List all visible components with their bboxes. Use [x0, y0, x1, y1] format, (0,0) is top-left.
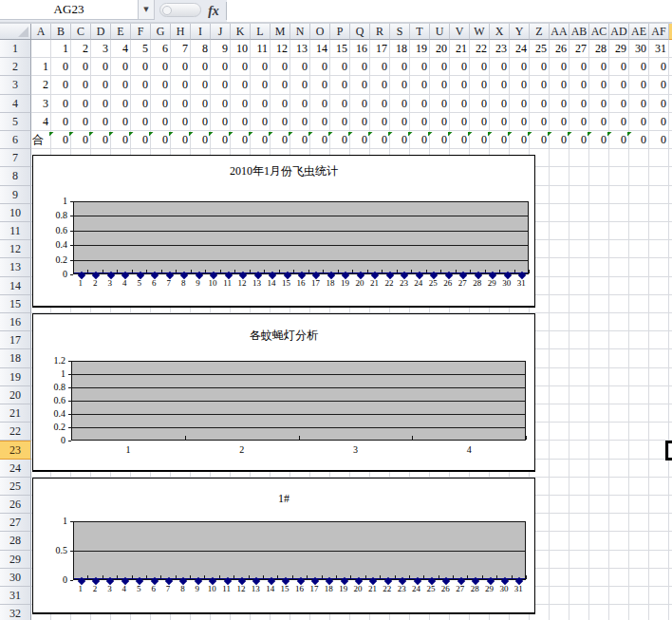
grid-cell[interactable]: 0 [330, 113, 350, 131]
name-box-dropdown-icon[interactable]: ▼ [139, 0, 155, 20]
grid-cell[interactable]: 0 [111, 95, 131, 113]
grid-cell[interactable]: 合 [31, 131, 51, 149]
grid-cell[interactable]: 0 [490, 95, 510, 113]
grid-cell[interactable]: 23 [490, 40, 510, 58]
grid-cell[interactable]: 29 [609, 40, 629, 58]
column-header-ab[interactable]: AB [569, 24, 589, 40]
grid-cell[interactable]: 0 [530, 95, 550, 113]
grid-cell[interactable]: 19 [410, 40, 430, 58]
column-header-m[interactable]: M [271, 24, 290, 40]
grid-cell[interactable]: 0 [350, 131, 370, 149]
grid-cell[interactable]: 0 [609, 131, 629, 149]
grid-cell[interactable]: 0 [490, 58, 510, 76]
column-header-o[interactable]: O [310, 24, 330, 40]
grid-cell[interactable]: 0 [290, 58, 310, 76]
grid-cell[interactable]: 0 [550, 95, 569, 113]
grid-cell[interactable]: 18 [390, 40, 410, 58]
grid-cell[interactable]: 0 [171, 58, 191, 76]
row-header-28[interactable]: 28 [0, 532, 31, 550]
grid-cell[interactable]: 0 [211, 95, 231, 113]
grid-cell[interactable]: 0 [510, 95, 530, 113]
grid-cell[interactable]: 17 [370, 40, 390, 58]
column-header-e[interactable]: E [111, 24, 131, 40]
grid-cell[interactable]: 2 [71, 40, 91, 58]
grid-cell[interactable]: 0 [589, 58, 609, 76]
grid-cell[interactable]: 1 [51, 40, 71, 58]
grid-cell[interactable]: 0 [490, 113, 510, 131]
grid-cell[interactable]: 0 [310, 58, 330, 76]
grid-cell[interactable]: 0 [131, 131, 151, 149]
grid-cell[interactable]: 0 [550, 131, 569, 149]
embedded-chart-1[interactable]: 2010年1月份飞虫统计00.20.40.60.8112345678910111… [32, 155, 535, 308]
row-header-21[interactable]: 21 [0, 404, 31, 423]
grid-cell[interactable]: 0 [271, 95, 290, 113]
grid-cell[interactable]: 0 [649, 76, 669, 94]
grid-cell[interactable]: 26 [550, 40, 569, 58]
grid-cell[interactable]: 0 [51, 58, 71, 76]
grid-cell[interactable]: 0 [569, 76, 589, 94]
grid-cell[interactable]: 0 [470, 131, 490, 149]
grid-cell[interactable]: 0 [111, 113, 131, 131]
grid-cell[interactable]: 0 [410, 76, 430, 94]
row-header-23[interactable]: 23 [0, 441, 31, 459]
grid-cell[interactable]: 31 [649, 40, 669, 58]
grid-cell[interactable]: 0 [629, 95, 649, 113]
grid-cell[interactable]: 0 [71, 95, 91, 113]
column-header-w[interactable]: W [470, 24, 490, 40]
column-header-v[interactable]: V [450, 24, 470, 40]
grid-cell[interactable]: 15 [330, 40, 350, 58]
grid-cell[interactable]: 0 [271, 76, 290, 94]
grid-cell[interactable]: 0 [231, 113, 251, 131]
grid-cell[interactable]: 0 [271, 113, 290, 131]
grid-cell[interactable]: 0 [370, 113, 390, 131]
grid-cell[interactable]: 0 [271, 131, 290, 149]
column-header-t[interactable]: T [410, 24, 430, 40]
grid-cell[interactable]: 0 [71, 76, 91, 94]
row-header-32[interactable]: 32 [0, 605, 31, 620]
grid-cell[interactable]: 0 [649, 58, 669, 76]
grid-cell[interactable]: 0 [589, 131, 609, 149]
grid-cell[interactable]: 0 [251, 113, 271, 131]
grid-cell[interactable]: 0 [111, 58, 131, 76]
grid-cell[interactable]: 11 [251, 40, 271, 58]
grid-cell[interactable]: 0 [191, 58, 211, 76]
column-header-ad[interactable]: AD [609, 24, 629, 40]
grid-cell[interactable]: 0 [649, 95, 669, 113]
grid-cell[interactable]: 28 [589, 40, 609, 58]
grid-cell[interactable]: 4 [31, 113, 51, 131]
grid-cell[interactable]: 0 [470, 58, 490, 76]
grid-cell[interactable]: 0 [131, 58, 151, 76]
grid-cell[interactable]: 0 [430, 95, 450, 113]
grid-cell[interactable]: 3 [31, 95, 51, 113]
column-header-h[interactable]: H [171, 24, 191, 40]
grid-cell[interactable]: 0 [470, 76, 490, 94]
grid-cell[interactable]: 6 [151, 40, 171, 58]
grid-cell[interactable]: 0 [390, 113, 410, 131]
grid-cell[interactable]: 0 [231, 58, 251, 76]
row-header-18[interactable]: 18 [0, 349, 31, 367]
grid-cell[interactable]: 0 [251, 58, 271, 76]
row-header-16[interactable]: 16 [0, 313, 31, 331]
grid-cell[interactable]: 0 [569, 95, 589, 113]
grid-cell[interactable]: 24 [510, 40, 530, 58]
grid-cell[interactable]: 0 [191, 113, 211, 131]
grid-cell[interactable]: 0 [609, 76, 629, 94]
grid-cell[interactable]: 0 [131, 95, 151, 113]
grid-cell[interactable]: 13 [290, 40, 310, 58]
grid-cell[interactable]: 0 [290, 113, 310, 131]
embedded-chart-3[interactable]: 1#00.51123456789101112131415161718192021… [32, 478, 535, 614]
column-header-l[interactable]: L [251, 24, 271, 40]
grid-cell[interactable]: 0 [609, 58, 629, 76]
grid-cell[interactable]: 0 [91, 131, 111, 149]
grid-cell[interactable]: 0 [251, 131, 271, 149]
grid-cell[interactable]: 0 [171, 76, 191, 94]
row-header-7[interactable]: 7 [0, 149, 31, 167]
grid-cell[interactable]: 0 [629, 131, 649, 149]
grid-cell[interactable]: 0 [71, 131, 91, 149]
grid-cell[interactable]: 5 [131, 40, 151, 58]
grid-cell[interactable]: 0 [490, 131, 510, 149]
row-header-6[interactable]: 6 [0, 131, 31, 149]
row-header-9[interactable]: 9 [0, 186, 31, 204]
row-header-20[interactable]: 20 [0, 386, 31, 404]
row-header-1[interactable]: 1 [0, 40, 31, 58]
